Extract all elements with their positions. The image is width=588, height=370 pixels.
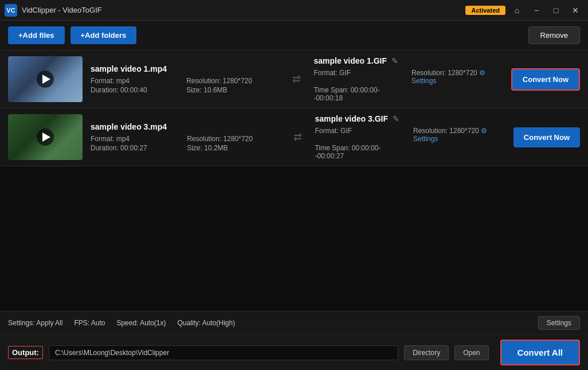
output-format: Format: GIF bbox=[315, 127, 402, 143]
output-file-meta: Format: GIF Resolution: 1280*720 ⚙ Setti… bbox=[313, 69, 503, 102]
play-button[interactable] bbox=[37, 71, 54, 88]
output-name-row: sample video 3.GIF ✎ bbox=[315, 114, 505, 123]
settings-row: Settings: Apply All FPS: Auto Speed: Aut… bbox=[0, 311, 588, 335]
input-format: Format: mp4 bbox=[91, 77, 175, 85]
home-button[interactable]: ⌂ bbox=[509, 3, 525, 17]
title-bar-right: Activated ⌂ − □ ✕ bbox=[465, 3, 583, 17]
output-resolution-row: Resolution: 1280*720 ⚙ Settings bbox=[413, 127, 505, 143]
convert-now-button[interactable]: Convert Now bbox=[511, 68, 580, 91]
table-row: sample video 1.mp4 Format: mp4 Resolutio… bbox=[0, 50, 588, 108]
app-title: VidClipper - VideoToGIF bbox=[22, 6, 102, 14]
fps-label: FPS: Auto bbox=[74, 319, 105, 327]
convert-all-button[interactable]: Convert All bbox=[500, 340, 580, 365]
play-icon bbox=[42, 75, 50, 84]
remove-button[interactable]: Remove bbox=[528, 26, 580, 44]
app-logo: VC bbox=[5, 4, 17, 17]
input-file-name: sample video 3.mp4 bbox=[91, 122, 281, 131]
open-button[interactable]: Open bbox=[454, 345, 488, 360]
maximize-button[interactable]: □ bbox=[548, 3, 564, 17]
output-file-name: sample video 3.GIF bbox=[315, 114, 388, 123]
input-duration: Duration: 00:00:27 bbox=[91, 144, 175, 152]
settings-apply-label: Settings: Apply All bbox=[8, 319, 62, 327]
input-size: Size: 10.2MB bbox=[187, 144, 281, 152]
output-name-row: sample video 1.GIF ✎ bbox=[313, 56, 503, 65]
input-duration: Duration: 00:00:40 bbox=[91, 86, 175, 94]
settings-button[interactable]: Settings bbox=[538, 316, 580, 330]
input-file-info: sample video 1.mp4 Format: mp4 Resolutio… bbox=[91, 64, 280, 94]
table-row: sample video 3.mp4 Format: mp4 Resolutio… bbox=[0, 108, 588, 166]
output-resolution-row: Resolution: 1280*720 ⚙ Settings bbox=[411, 69, 503, 85]
quality-label: Quality: Auto(High) bbox=[177, 319, 235, 327]
output-file-meta: Format: GIF Resolution: 1280*720 ⚙ Setti… bbox=[315, 127, 505, 160]
output-resolution: Resolution: 1280*720 bbox=[413, 127, 479, 135]
input-file-info: sample video 3.mp4 Format: mp4 Resolutio… bbox=[91, 122, 281, 152]
convert-arrow: ⇄ bbox=[288, 73, 305, 85]
bottom-bar: Settings: Apply All FPS: Auto Speed: Aut… bbox=[0, 311, 588, 370]
edit-icon[interactable]: ✎ bbox=[393, 114, 399, 123]
input-resolution: Resolution: 1280*720 bbox=[187, 135, 281, 143]
title-bar: VC VidClipper - VideoToGIF Activated ⌂ −… bbox=[0, 0, 588, 21]
output-label: Output: bbox=[8, 346, 43, 359]
convert-arrow: ⇄ bbox=[289, 131, 307, 143]
directory-button[interactable]: Directory bbox=[404, 345, 449, 360]
output-file-info: sample video 1.GIF ✎ Format: GIF Resolut… bbox=[313, 56, 503, 102]
output-timespan: Time Span: 00:00:00--00:00:27 bbox=[315, 144, 402, 160]
thumbnail bbox=[8, 56, 83, 102]
output-file-name: sample video 1.GIF bbox=[313, 56, 387, 65]
input-file-name: sample video 1.mp4 bbox=[91, 64, 280, 73]
speed-label: Speed: Auto(1x) bbox=[116, 319, 166, 327]
output-timespan: Time Span: 00:00:00--00:00:18 bbox=[313, 86, 400, 102]
output-path-input[interactable] bbox=[49, 345, 398, 360]
add-files-button[interactable]: +Add files bbox=[8, 26, 65, 44]
output-file-info: sample video 3.GIF ✎ Format: GIF Resolut… bbox=[315, 114, 505, 160]
file-list: sample video 1.mp4 Format: mp4 Resolutio… bbox=[0, 50, 588, 316]
input-file-meta: Format: mp4 Resolution: 1280*720 Duratio… bbox=[91, 77, 280, 94]
output-format: Format: GIF bbox=[313, 69, 400, 85]
toolbar: +Add files +Add folders Remove bbox=[0, 21, 588, 50]
play-icon bbox=[42, 133, 50, 142]
thumbnail bbox=[8, 114, 83, 160]
input-format: Format: mp4 bbox=[91, 135, 175, 143]
convert-now-button[interactable]: Convert Now bbox=[513, 127, 580, 147]
edit-icon[interactable]: ✎ bbox=[391, 56, 398, 65]
add-folders-button[interactable]: +Add folders bbox=[70, 26, 137, 44]
activated-badge: Activated bbox=[465, 6, 505, 15]
input-resolution: Resolution: 1280*720 bbox=[186, 77, 280, 85]
play-button[interactable] bbox=[37, 128, 54, 146]
output-row: Output: Directory Open Convert All bbox=[0, 335, 588, 370]
input-size: Size: 10.6MB bbox=[186, 86, 280, 94]
close-button[interactable]: ✕ bbox=[567, 3, 583, 17]
minimize-button[interactable]: − bbox=[528, 3, 544, 17]
output-resolution: Resolution: 1280*720 bbox=[411, 69, 477, 77]
title-bar-left: VC VidClipper - VideoToGIF bbox=[5, 4, 102, 17]
input-file-meta: Format: mp4 Resolution: 1280*720 Duratio… bbox=[91, 135, 281, 152]
